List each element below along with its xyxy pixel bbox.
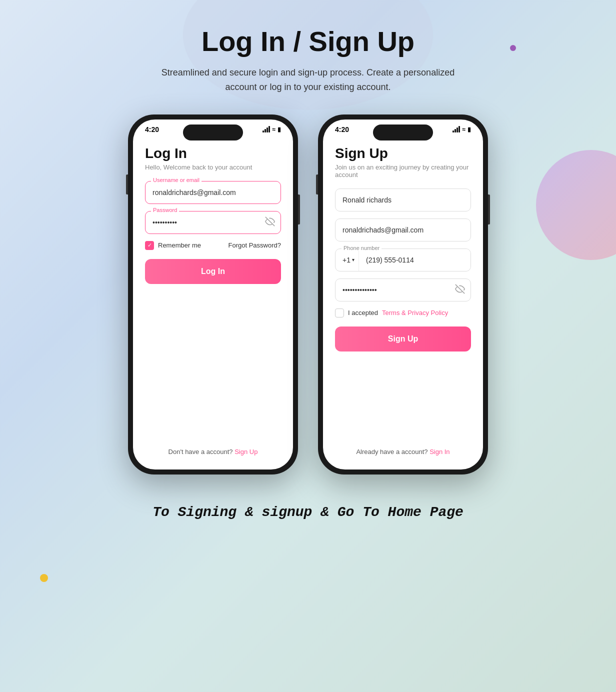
eye-icon-signup[interactable] (455, 284, 465, 296)
login-bottom-text: Don't have a account? (168, 448, 233, 456)
password-field-group: Password (145, 211, 281, 234)
email-input[interactable] (335, 218, 471, 242)
phone-field-group: Phone number +1 ▾ (335, 248, 471, 272)
remember-left: ✓ Remember me (145, 241, 201, 250)
login-phone: 4:20 ≈ ▮ Log In Hello, Welcome back to y… (128, 114, 298, 474)
status-time-signup: 4:20 (335, 126, 349, 134)
password-label: Password (151, 207, 179, 213)
phone-input[interactable] (359, 249, 470, 271)
login-title: Log In (145, 146, 281, 162)
status-time-login: 4:20 (145, 126, 159, 134)
remember-label: Remember me (158, 242, 201, 249)
terms-text: I accepted (348, 309, 378, 316)
email-field-group (335, 218, 471, 242)
yellow-dot-decoration (40, 574, 48, 582)
login-screen: 4:20 ≈ ▮ Log In Hello, Welcome back to y… (133, 120, 293, 470)
status-icons-login: ≈ ▮ (262, 126, 281, 133)
country-code-selector[interactable]: +1 ▾ (336, 249, 359, 271)
signup-bottom-text: Already have a account? (356, 448, 428, 456)
password-wrapper (145, 211, 281, 234)
fullname-input[interactable] (335, 188, 471, 212)
status-icons-signup: ≈ ▮ (452, 126, 471, 133)
footer-text: To Signing & signup & Go To Home Page (152, 504, 464, 520)
login-bottom-link: Don't have a account? Sign Up (133, 448, 293, 456)
page-header: Log In / Sign Up Streamlined and secure … (153, 25, 463, 94)
wifi-icon-login: ≈ (272, 126, 276, 133)
signin-link[interactable]: Sign In (430, 448, 450, 456)
remember-checkbox[interactable]: ✓ (145, 241, 154, 250)
username-input[interactable] (145, 181, 281, 204)
username-field-group: Username or email (145, 181, 281, 204)
terms-checkbox[interactable] (335, 308, 344, 318)
signal-icon-login (262, 126, 270, 132)
status-bar-login: 4:20 ≈ ▮ (133, 120, 293, 134)
wifi-icon-signup: ≈ (462, 126, 466, 133)
signup-link[interactable]: Sign Up (234, 448, 258, 456)
terms-left: I accepted Terms & Privacy Policy (335, 308, 448, 318)
fullname-field-group (335, 188, 471, 212)
dynamic-island-login (183, 124, 243, 140)
phone-label: Phone number (342, 245, 382, 251)
signup-password-wrapper (335, 278, 471, 302)
signup-password-field-group (335, 278, 471, 302)
battery-icon-signup: ▮ (468, 126, 471, 133)
chevron-down-icon: ▾ (352, 257, 354, 262)
eye-icon-login[interactable] (265, 216, 275, 228)
page-title: Log In / Sign Up (153, 25, 463, 58)
signup-title: Sign Up (335, 146, 471, 162)
signup-subtitle: Join us on an exciting journey by creati… (335, 164, 471, 178)
signup-button[interactable]: Sign Up (335, 326, 471, 352)
username-label: Username or email (151, 177, 202, 183)
status-bar-signup: 4:20 ≈ ▮ (323, 120, 483, 134)
signup-password-input[interactable] (335, 278, 471, 302)
phone-input-row: +1 ▾ (336, 249, 470, 271)
signup-phone: 4:20 ≈ ▮ Sign Up Join us on an exciting … (318, 114, 488, 474)
signal-icon-signup (452, 126, 460, 132)
login-button[interactable]: Log In (145, 259, 281, 284)
purple-dot-decoration (510, 45, 516, 51)
country-code-value: +1 (342, 256, 350, 264)
battery-icon-login: ▮ (278, 126, 281, 133)
login-subtitle: Hello, Welcome back to your account (145, 164, 281, 171)
signup-content: Sign Up Join us on an exciting journey b… (323, 134, 483, 368)
phones-container: 4:20 ≈ ▮ Log In Hello, Welcome back to y… (128, 114, 488, 474)
page-subtitle: Streamlined and secure login and sign-up… (153, 66, 463, 94)
bg-circle-decoration (536, 150, 616, 260)
remember-row: ✓ Remember me Forgot Password? (145, 241, 281, 250)
terms-row: I accepted Terms & Privacy Policy (335, 308, 471, 318)
dynamic-island-signup (373, 124, 433, 140)
forgot-password-link[interactable]: Forgot Password? (228, 242, 282, 249)
terms-link[interactable]: Terms & Privacy Policy (382, 309, 448, 316)
signup-screen: 4:20 ≈ ▮ Sign Up Join us on an exciting … (323, 120, 483, 470)
password-input[interactable] (145, 211, 281, 234)
signup-bottom-link: Already have a account? Sign In (323, 448, 483, 456)
login-content: Log In Hello, Welcome back to your accou… (133, 134, 293, 300)
